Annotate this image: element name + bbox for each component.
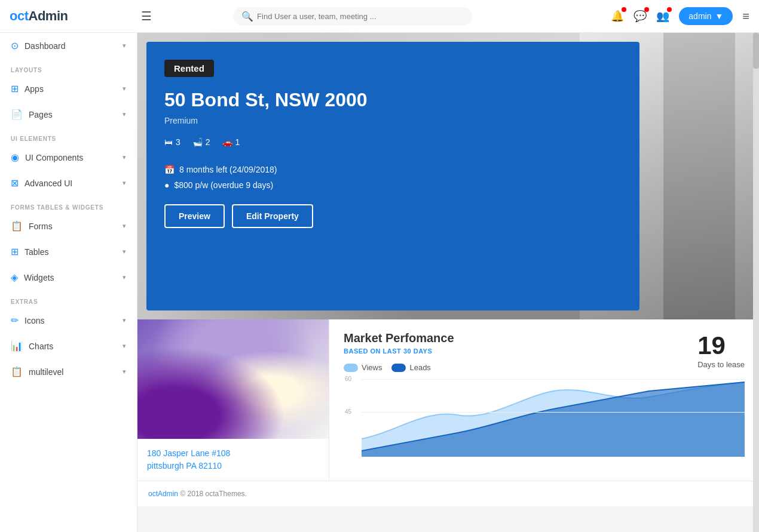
sidebar-item-pages[interactable]: 📄 Pages ▾ (0, 102, 137, 127)
chevron-down-icon: ▾ (123, 110, 126, 118)
bath-icon: 🛁 (192, 137, 203, 147)
sidebar-item-label: Widgets (24, 273, 54, 282)
messages-button[interactable]: 💬 (633, 10, 647, 23)
chevron-down-icon: ▼ (715, 11, 723, 21)
leads-label: Leads (409, 363, 430, 372)
pages-icon: 📄 (11, 109, 23, 120)
ui-components-icon: ◉ (11, 152, 19, 163)
forms-icon: 📋 (11, 220, 23, 232)
market-performance-panel: Market Perfomance BASED ON LAST 30 DAYS … (329, 319, 759, 481)
advanced-ui-icon: ⊠ (11, 177, 19, 189)
sidebar: ⊙ Dashboard ▾ LAYOUTS ⊞ Apps ▾ 📄 Pages ▾… (0, 33, 137, 532)
topnav: octAdmin ☰ 🔍 🔔 💬 👥 admin ▼ ≡ (0, 0, 759, 33)
sidebar-item-ui-components[interactable]: ◉ UI Components ▾ (0, 144, 137, 170)
legend-views: Views (344, 363, 382, 372)
sidebar-section-forms-tables: FORMS TABLES & WIDGETS (0, 196, 137, 213)
chevron-down-icon: ▾ (123, 42, 126, 50)
views-dot (344, 364, 358, 372)
edit-property-button[interactable]: Edit Property (232, 204, 313, 228)
sidebar-section-layouts: LAYOUTS (0, 59, 137, 76)
days-label: Days to lease (697, 360, 745, 369)
calendar-icon: 📅 (164, 165, 175, 174)
chevron-down-icon: ▾ (123, 316, 126, 324)
days-to-lease: 19 Days to lease (697, 331, 745, 369)
topnav-menu-icon[interactable]: ≡ (742, 10, 749, 23)
sidebar-item-label: Advanced UI (25, 179, 72, 188)
legend-leads: Leads (391, 363, 430, 372)
property-features: 🛏 3 🛁 2 🚗 1 (164, 137, 622, 147)
chevron-down-icon: ▾ (123, 273, 126, 281)
property-thumbnail-card: 180 Jasper Lane #108 pittsburgh PA 82110 (137, 319, 329, 481)
search-bar[interactable]: 🔍 (233, 7, 472, 26)
sidebar-item-apps[interactable]: ⊞ Apps ▾ (0, 76, 137, 102)
preview-button[interactable]: Preview (164, 204, 225, 228)
app-logo: octAdmin (10, 8, 141, 24)
sidebar-item-icons[interactable]: ✏ Icons ▾ (0, 307, 137, 333)
sidebar-item-advanced-ui[interactable]: ⊠ Advanced UI ▾ (0, 170, 137, 196)
chart-area: 60 45 (362, 379, 745, 457)
chat-icon: 💬 (633, 10, 647, 22)
chevron-down-icon: ▾ (123, 179, 126, 187)
sidebar-item-forms[interactable]: 📋 Forms ▾ (0, 213, 137, 239)
scrollbar[interactable] (753, 33, 759, 532)
bed-icon: 🛏 (164, 137, 173, 147)
property-thumbnail-image (137, 319, 329, 439)
bottom-section: 180 Jasper Lane #108 pittsburgh PA 82110… (137, 319, 759, 481)
property-address: 50 Bond St, NSW 2000 (164, 89, 622, 111)
chevron-down-icon: ▾ (123, 342, 126, 350)
widgets-icon: ◈ (11, 272, 18, 283)
leads-dot (391, 364, 406, 372)
chevron-down-icon: ▾ (123, 248, 126, 256)
grid-line-45: 45 (362, 412, 745, 413)
sidebar-item-label: multilevel (29, 367, 63, 377)
property-card-info: 180 Jasper Lane #108 pittsburgh PA 82110 (137, 439, 329, 481)
market-chart: 60 45 (344, 379, 745, 457)
notification-badge (622, 7, 626, 12)
footer-text: © 2018 octaThemes. (180, 490, 247, 498)
sidebar-item-multilevel[interactable]: 📋 multilevel ▾ (0, 359, 137, 385)
cars-count: 1 (235, 137, 240, 147)
cars-feature: 🚗 1 (222, 137, 240, 147)
scroll-thumb[interactable] (753, 33, 759, 69)
sidebar-item-label: Tables (25, 247, 48, 257)
apps-icon: ⊞ (11, 83, 19, 94)
car-icon: 🚗 (222, 137, 232, 147)
baths-feature: 🛁 2 (192, 137, 210, 147)
sidebar-item-tables[interactable]: ⊞ Tables ▾ (0, 239, 137, 265)
beds-count: 3 (176, 137, 180, 147)
users-icon: 👥 (656, 10, 669, 22)
admin-button[interactable]: admin ▼ (679, 7, 733, 25)
admin-label: admin (688, 11, 711, 21)
sidebar-item-label: Icons (25, 316, 44, 325)
footer-brand-link[interactable]: octAdmin (148, 490, 178, 498)
beds-feature: 🛏 3 (164, 137, 180, 147)
notifications-button[interactable]: 🔔 (611, 10, 624, 23)
price-text: $800 p/w (overdue 9 days) (174, 180, 273, 190)
search-input[interactable] (257, 12, 464, 21)
tables-icon: ⊞ (11, 246, 19, 257)
market-legend: Views Leads (344, 363, 745, 372)
chart-svg (362, 379, 745, 457)
property-card-address[interactable]: 180 Jasper Lane #108 pittsburgh PA 82110 (147, 447, 319, 472)
sidebar-section-ui-elements: UI ELEMENTS (0, 127, 137, 144)
bell-icon: 🔔 (611, 10, 624, 22)
hero-actions: Preview Edit Property (164, 204, 622, 228)
chevron-down-icon: ▾ (123, 85, 126, 93)
months-left: 8 months left (24/09/2018) (179, 165, 277, 174)
users-button[interactable]: 👥 (656, 10, 669, 23)
sidebar-item-charts[interactable]: 📊 Charts ▾ (0, 333, 137, 359)
sidebar-item-widgets[interactable]: ◈ Widgets ▾ (0, 265, 137, 290)
hamburger-button[interactable]: ☰ (141, 9, 152, 23)
status-badge: Rented (164, 60, 214, 77)
sidebar-section-extras: EXTRAS (0, 290, 137, 307)
sidebar-item-label: Apps (25, 84, 44, 94)
main-content: Rented 50 Bond St, NSW 2000 Premium 🛏 3 … (137, 33, 759, 532)
sidebar-item-dashboard[interactable]: ⊙ Dashboard ▾ (0, 33, 137, 59)
sidebar-item-label: UI Components (25, 153, 83, 162)
market-subtitle: BASED ON LAST 30 DAYS (344, 348, 745, 355)
lease-info: 📅 8 months left (24/09/2018) (164, 165, 622, 174)
price-info: ● $800 p/w (overdue 9 days) (164, 180, 622, 190)
views-label: Views (362, 363, 382, 372)
search-icon: 🔍 (241, 11, 253, 22)
chevron-down-icon: ▾ (123, 153, 126, 161)
